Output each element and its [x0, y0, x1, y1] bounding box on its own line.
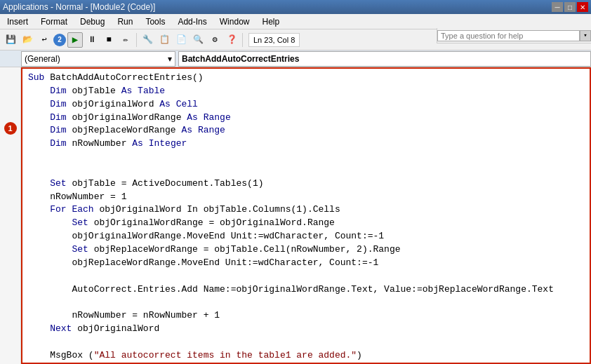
toolbar-separator-2 [242, 33, 243, 47]
menu-bar: Insert Format Debug Run Tools Add-Ins Wi… [0, 14, 591, 29]
open-button[interactable]: 📂 [20, 32, 35, 48]
design-button[interactable]: ✏ [118, 32, 133, 48]
run-button[interactable]: ▶ [67, 32, 83, 48]
menu-format[interactable]: Format [35, 15, 73, 28]
step-badge: 2 [53, 34, 66, 46]
menu-run[interactable]: Run [112, 15, 138, 28]
annotation-badge-1: 1 [4, 122, 17, 135]
title-controls: ─ □ ✕ [552, 2, 588, 12]
close-button[interactable]: ✕ [577, 2, 588, 12]
tool3-button[interactable]: 📄 [173, 32, 189, 48]
procedure-dropdown-label: BatchAddAutoCorrectEntries [182, 54, 299, 64]
general-dropdown-arrow: ▾ [168, 54, 172, 64]
tool5-button[interactable]: ⚙ [207, 32, 223, 48]
maximize-button[interactable]: □ [564, 2, 576, 12]
menu-tools[interactable]: Tools [140, 15, 171, 28]
position-display: Ln 23, Col 8 [248, 33, 300, 47]
question-input[interactable] [437, 30, 580, 41]
code-header: (General) ▾ BatchAddAutoCorrectEntries [0, 50, 591, 67]
menu-debug[interactable]: Debug [74, 15, 110, 28]
menu-window[interactable]: Window [214, 15, 255, 28]
main-container: 1 Sub BatchAddAutoCorrectEntries() Dim o… [0, 67, 591, 364]
tool2-button[interactable]: 📋 [157, 32, 172, 48]
menu-help[interactable]: Help [256, 15, 285, 28]
title-bar: Applications - Normal - [Module2 (Code)]… [0, 0, 591, 14]
help-button[interactable]: ❓ [224, 32, 239, 48]
save-button[interactable]: 💾 [3, 32, 18, 48]
question-dropdown-arrow[interactable]: ▾ [580, 30, 591, 41]
tool1-button[interactable]: 🔧 [140, 32, 155, 48]
stop-button[interactable]: ■ [101, 32, 117, 48]
menu-addins[interactable]: Add-Ins [172, 15, 212, 28]
code-editor[interactable]: Sub BatchAddAutoCorrectEntries() Dim obj… [21, 67, 591, 364]
undo-button[interactable]: ↩ [36, 32, 52, 48]
question-bar: ▾ [437, 28, 591, 43]
procedure-dropdown[interactable]: BatchAddAutoCorrectEntries [178, 51, 591, 67]
toolbar-separator-1 [136, 33, 137, 47]
tool4-button[interactable]: 🔍 [190, 32, 206, 48]
general-dropdown-label: (General) [25, 54, 60, 64]
left-margin: 1 [0, 67, 21, 364]
minimize-button[interactable]: ─ [552, 2, 563, 12]
title-text: Applications - Normal - [Module2 (Code)] [3, 2, 155, 12]
menu-insert[interactable]: Insert [1, 15, 34, 28]
general-dropdown[interactable]: (General) ▾ [21, 51, 175, 67]
pause-button[interactable]: ⏸ [84, 32, 100, 48]
